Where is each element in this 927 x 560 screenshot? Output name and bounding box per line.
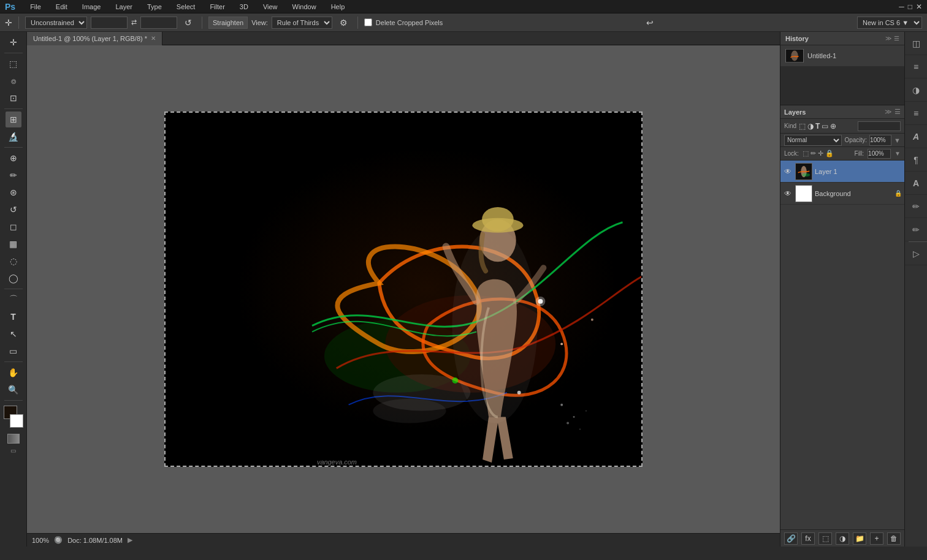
add-mask-btn[interactable]: ⬚ (818, 532, 832, 545)
filter-adjustment-icon[interactable]: ◑ (807, 122, 814, 131)
layers-panel-item[interactable]: ≡ Layers (905, 55, 927, 78)
adjustments-icon: ◑ (910, 84, 922, 96)
paragraph-styles-panel-item[interactable]: ¶ Paragraph Styles (905, 148, 927, 172)
document-tab[interactable]: Untitled-1 @ 100% (Layer 1, RGB/8) * ✕ (27, 32, 162, 45)
layer-search-input[interactable] (858, 121, 901, 131)
view-settings-btn[interactable]: ⚙ (336, 17, 351, 29)
quick-select-tool[interactable]: ⊡ (6, 90, 21, 106)
history-brush-tool[interactable]: ↺ (6, 202, 21, 218)
delete-layer-btn[interactable]: 🗑 (887, 532, 901, 545)
commit-btn[interactable]: ↩ (643, 17, 657, 29)
eyedropper-tool[interactable]: 🔬 (6, 129, 21, 145)
menu-filter[interactable]: Filter (207, 2, 227, 12)
swap-icon[interactable]: ⇄ (131, 18, 137, 26)
new-in-cs6-select[interactable]: New in CS 6 ▼ (857, 17, 922, 29)
menu-select[interactable]: Select (174, 2, 198, 12)
close-btn[interactable]: ✕ (916, 2, 922, 11)
screen-mode-btn[interactable]: ▭ (10, 447, 16, 454)
gradient-tool[interactable]: ▦ (6, 236, 21, 252)
delete-cropped-check[interactable] (364, 18, 372, 26)
clone-tool[interactable]: ⊛ (6, 184, 21, 200)
menu-edit[interactable]: Edit (53, 2, 70, 12)
fill-input[interactable] (868, 149, 891, 159)
layers-menu-btn[interactable]: ☰ (895, 108, 901, 116)
lock-paint-icon[interactable]: ✏ (811, 149, 816, 157)
zoom-tool[interactable]: 🔍 (6, 382, 21, 398)
mini-bridge-panel-item[interactable]: ◫ Mini Bridge (905, 32, 927, 55)
crop-tool[interactable]: ⊞ (6, 112, 21, 127)
brush-presets-panel-item[interactable]: ✏ Brush Presets (905, 195, 927, 218)
lock-all-icon[interactable]: 🔒 (825, 149, 834, 157)
opacity-input[interactable] (869, 135, 891, 146)
restore-btn[interactable]: □ (908, 2, 912, 11)
straighten-button[interactable]: Straighten (208, 17, 248, 29)
width-input[interactable] (91, 17, 128, 29)
opacity-arrow[interactable]: ▼ (894, 137, 901, 144)
filter-type-icon[interactable]: T (815, 122, 820, 131)
character-styles-panel-item[interactable]: A Character Styles (905, 172, 927, 195)
menu-view[interactable]: View (261, 2, 280, 12)
layer-row-background[interactable]: 👁 Background 🔒 (780, 183, 904, 205)
canvas-workspace[interactable]: vangeva.com (27, 45, 780, 533)
filter-shape-icon[interactable]: ▭ (822, 122, 828, 131)
background-color[interactable] (10, 414, 23, 428)
lock-transparent-icon[interactable]: ⬚ (803, 149, 809, 157)
blend-mode-select[interactable]: Normal (784, 135, 842, 146)
pen-tool[interactable]: ⌒ (6, 292, 21, 308)
menu-file[interactable]: File (28, 2, 44, 12)
kind-label: Kind (784, 123, 796, 129)
layer-effects-btn[interactable]: fx (801, 532, 815, 545)
menu-type[interactable]: Type (145, 2, 164, 12)
doc-size: Doc: 1.08M/1.08M (67, 537, 123, 544)
history-expand-btn[interactable]: ≫ (885, 35, 891, 42)
background-thumbnail (795, 185, 812, 202)
history-item[interactable]: Untitled-1 (783, 48, 902, 64)
path-select-tool[interactable]: ↖ (6, 326, 21, 342)
quick-mask-btn[interactable] (7, 434, 20, 444)
adjustments-panel-item[interactable]: ◑ Adjustments (905, 78, 927, 102)
character-panel-item[interactable]: A Character (905, 125, 927, 148)
new-adjustment-btn[interactable]: ◑ (836, 532, 849, 545)
hand-tool[interactable]: ✋ (6, 365, 21, 380)
menu-help[interactable]: Help (329, 2, 348, 12)
minimize-btn[interactable]: ─ (899, 2, 904, 11)
height-input[interactable] (140, 17, 177, 29)
marquee-tool[interactable]: ⬚ (6, 56, 21, 72)
type-tool[interactable]: T (6, 309, 21, 325)
menu-layer[interactable]: Layer (113, 2, 135, 12)
link-layers-btn[interactable]: 🔗 (784, 532, 798, 545)
dodge-tool[interactable]: ◯ (6, 270, 21, 286)
brush-tool[interactable]: ✏ (6, 167, 21, 183)
lasso-tool[interactable]: ⌾ (6, 73, 21, 89)
brush-panel-item[interactable]: ✏ Brush (905, 218, 927, 241)
new-group-btn[interactable]: 📁 (853, 532, 866, 545)
menu-3d[interactable]: 3D (237, 2, 251, 12)
healing-tool[interactable]: ⊕ (6, 150, 21, 166)
blur-tool[interactable]: ◌ (6, 253, 21, 269)
filter-smart-icon[interactable]: ⊕ (830, 122, 836, 131)
properties-panel-item[interactable]: ≡ Properties (905, 102, 927, 125)
layer-row-layer1[interactable]: 👁 Layer 1 (780, 161, 904, 183)
shape-tool[interactable]: ▭ (6, 343, 21, 359)
reset-button[interactable]: ↺ (181, 17, 196, 29)
background-visibility-icon[interactable]: 👁 (783, 189, 793, 198)
layers-expand-btn[interactable]: ≫ (885, 108, 892, 116)
lock-move-icon[interactable]: ✛ (818, 149, 823, 157)
filter-pixel-icon[interactable]: ⬚ (799, 122, 806, 131)
menu-window[interactable]: Window (290, 2, 319, 12)
layers-kind-row: Kind ⬚ ◑ T ▭ ⊕ (780, 119, 904, 134)
status-icon: 🔘 (54, 536, 63, 544)
view-select[interactable]: Rule of Thirds (272, 17, 332, 29)
fill-arrow[interactable]: ▼ (895, 150, 901, 157)
eraser-tool[interactable]: ◻ (6, 219, 21, 235)
menu-image[interactable]: Image (80, 2, 104, 12)
new-layer-btn[interactable]: + (870, 532, 883, 545)
tab-close-btn[interactable]: ✕ (151, 35, 156, 42)
history-menu-btn[interactable]: ☰ (894, 35, 899, 42)
status-arrow[interactable]: ▶ (128, 536, 132, 544)
move-tool[interactable]: ✛ (6, 34, 21, 50)
constraint-select[interactable]: Unconstrained (25, 17, 87, 29)
history-panel-header: History ≫ ☰ (780, 32, 904, 45)
layer1-visibility-icon[interactable]: 👁 (783, 167, 793, 176)
timeline-panel-item[interactable]: ▷ Timeline (905, 242, 927, 265)
